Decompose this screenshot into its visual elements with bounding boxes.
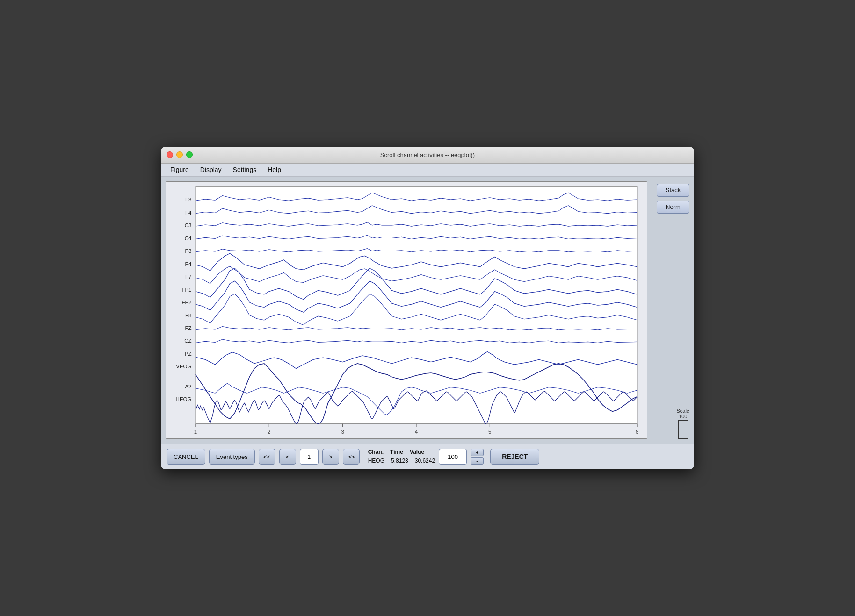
menu-display[interactable]: Display (196, 165, 226, 174)
eeg-plot: 1 2 3 4 5 6 F3 (166, 181, 647, 439)
svg-text:FP1: FP1 (181, 287, 191, 292)
svg-text:F3: F3 (185, 197, 191, 202)
right-panel: Stack Norm Scale 100 (652, 181, 689, 439)
scale-section: Scale 100 (676, 408, 689, 439)
plus-button[interactable]: + (471, 449, 484, 456)
plus-minus-controls: + - (471, 449, 484, 465)
svg-text:5: 5 (488, 429, 491, 434)
svg-text:P4: P4 (185, 261, 192, 266)
value-label: Value (410, 448, 424, 457)
svg-text:VEOG: VEOG (176, 364, 191, 369)
nav-back-button[interactable]: < (279, 449, 296, 465)
svg-text:C3: C3 (185, 222, 192, 228)
reject-button[interactable]: REJECT (490, 449, 539, 465)
menu-settings[interactable]: Settings (228, 165, 261, 174)
menu-figure[interactable]: Figure (166, 165, 194, 174)
svg-text:FZ: FZ (185, 325, 191, 331)
svg-text:C4: C4 (185, 235, 192, 241)
close-button[interactable] (167, 151, 173, 158)
svg-text:4: 4 (415, 429, 418, 434)
main-window: Scroll channel activities -- eegplot() F… (161, 147, 694, 470)
menu-help[interactable]: Help (263, 165, 286, 174)
maximize-button[interactable] (186, 151, 193, 158)
chan-label: Chan. (368, 448, 384, 457)
svg-text:2: 2 (268, 429, 270, 434)
traffic-lights (167, 151, 193, 158)
title-bar: Scroll channel activities -- eegplot() (161, 147, 694, 164)
stack-button[interactable]: Stack (657, 184, 689, 197)
scale-input[interactable] (439, 449, 467, 465)
svg-text:PZ: PZ (185, 351, 192, 356)
svg-text:A2: A2 (185, 383, 191, 389)
cancel-button[interactable]: CANCEL (167, 449, 205, 465)
svg-text:3: 3 (341, 429, 344, 434)
nav-fwd-button[interactable]: > (322, 449, 339, 465)
minus-button[interactable]: - (471, 457, 484, 465)
nav-back-back-button[interactable]: << (259, 449, 275, 465)
nav-fwd-fwd-button[interactable]: >> (343, 449, 360, 465)
minimize-button[interactable] (176, 151, 183, 158)
time-value: 5.8123 (391, 457, 408, 466)
page-input[interactable] (300, 449, 319, 465)
chan-value: HEOG (368, 457, 384, 466)
svg-text:FP2: FP2 (181, 300, 191, 305)
event-types-button[interactable]: Event types (209, 449, 255, 465)
svg-text:1: 1 (194, 429, 197, 434)
scale-bar (678, 420, 688, 439)
value-value: 30.6242 (415, 457, 435, 466)
time-label: Time (390, 448, 403, 457)
svg-text:P3: P3 (185, 248, 191, 254)
scale-label: Scale (676, 408, 689, 414)
svg-text:HEOG: HEOG (176, 396, 192, 402)
content-area: 1 2 3 4 5 6 F3 (161, 177, 694, 444)
svg-text:F4: F4 (185, 209, 192, 215)
bottom-bar: CANCEL Event types << < > >> Chan. Time … (161, 444, 694, 469)
eeg-svg: 1 2 3 4 5 6 F3 (166, 182, 647, 438)
norm-button[interactable]: Norm (657, 201, 689, 214)
window-title: Scroll channel activities -- eegplot() (380, 151, 475, 158)
plot-container: 1 2 3 4 5 6 F3 (166, 181, 647, 439)
svg-text:F8: F8 (185, 312, 191, 318)
svg-text:6: 6 (636, 429, 638, 434)
menu-bar: Figure Display Settings Help (161, 164, 694, 177)
scale-value: 100 (679, 414, 687, 419)
svg-text:F7: F7 (185, 274, 191, 279)
svg-text:CZ: CZ (184, 338, 191, 344)
info-block: Chan. Time Value HEOG 5.8123 30.6242 (368, 448, 435, 466)
